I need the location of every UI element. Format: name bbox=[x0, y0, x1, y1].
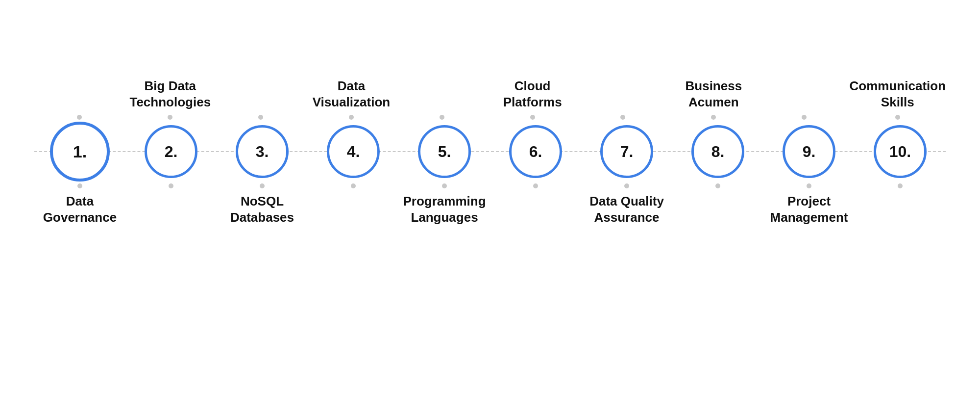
label-text-7: Data QualityAssurance bbox=[589, 193, 664, 225]
label-text-8: BusinessAcumen bbox=[686, 78, 742, 110]
circle-number-2: 2. bbox=[165, 143, 178, 161]
dot-bottom-10 bbox=[898, 183, 903, 188]
timeline-container: Data Governance Big DataTechnologies x D… bbox=[34, 17, 946, 399]
circle-7: 7. bbox=[600, 125, 653, 178]
circle-number-7: 7. bbox=[620, 143, 634, 161]
circle-number-5: 5. bbox=[438, 143, 451, 161]
circle-slot-7: 7. bbox=[581, 125, 672, 178]
circle-1: 1. bbox=[50, 122, 110, 182]
dot-top-1 bbox=[77, 115, 82, 120]
circle-slot-3: 3. bbox=[217, 125, 308, 178]
circle-8: 8. bbox=[691, 125, 744, 178]
bottom-label-3: NoSQLDatabases bbox=[217, 183, 308, 225]
label-text-1: DataGovernance bbox=[43, 193, 117, 225]
circle-slot-1: 1. bbox=[34, 122, 125, 182]
bottom-label-1: DataGovernance bbox=[34, 183, 125, 225]
top-label-1: Data Governance bbox=[34, 78, 125, 120]
dot-top-2 bbox=[168, 115, 172, 120]
circle-slot-6: 6. bbox=[490, 125, 581, 178]
top-label-9: x bbox=[759, 94, 850, 120]
top-label-3: x bbox=[216, 94, 306, 120]
dot-top-10 bbox=[895, 115, 900, 120]
dot-bottom-2 bbox=[169, 183, 173, 188]
dot-top-4 bbox=[349, 115, 354, 120]
bottom-label-5: ProgrammingLanguages bbox=[399, 183, 490, 225]
top-labels-row: Data Governance Big DataTechnologies x D… bbox=[34, 17, 946, 120]
bottom-label-6: x bbox=[490, 183, 581, 209]
bottom-label-8: x bbox=[672, 183, 763, 209]
bottom-label-10: x bbox=[855, 183, 946, 209]
circle-number-1: 1. bbox=[73, 142, 87, 161]
circle-slot-8: 8. bbox=[672, 125, 763, 178]
dot-top-5 bbox=[440, 115, 444, 120]
bottom-labels-row: DataGovernance x NoSQLDatabases x Progra… bbox=[34, 183, 946, 286]
label-text-6: Cloud Platforms bbox=[487, 78, 578, 110]
dot-top-6 bbox=[530, 115, 535, 120]
bottom-label-2: x bbox=[125, 183, 217, 209]
label-text-2: Big DataTechnologies bbox=[129, 78, 211, 110]
circle-slot-4: 4. bbox=[308, 125, 399, 178]
top-label-10: CommunicationSkills bbox=[850, 78, 946, 120]
circle-9: 9. bbox=[783, 125, 835, 178]
bottom-label-4: x bbox=[308, 183, 399, 209]
circle-10: 10. bbox=[874, 125, 927, 178]
top-label-4: DataVisualization bbox=[306, 78, 397, 120]
label-text-5: ProgrammingLanguages bbox=[403, 193, 486, 225]
dot-top-3 bbox=[258, 115, 263, 120]
circles-row: 1. 2. 3. 4. 5. 6. bbox=[34, 120, 946, 183]
label-text-9: ProjectManagement bbox=[770, 193, 848, 225]
dot-top-9 bbox=[802, 115, 807, 120]
dot-bottom-1 bbox=[77, 183, 82, 188]
circle-slot-5: 5. bbox=[399, 125, 490, 178]
dot-bottom-6 bbox=[533, 183, 538, 188]
top-label-5: x bbox=[396, 94, 487, 120]
circle-5: 5. bbox=[418, 125, 471, 178]
dot-bottom-3 bbox=[260, 183, 265, 188]
top-label-7: x bbox=[578, 94, 668, 120]
circle-3: 3. bbox=[236, 125, 289, 178]
dot-bottom-4 bbox=[351, 183, 356, 188]
dot-top-7 bbox=[620, 115, 625, 120]
circle-number-4: 4. bbox=[347, 143, 360, 161]
circle-slot-10: 10. bbox=[855, 125, 946, 178]
dot-bottom-7 bbox=[624, 183, 629, 188]
dot-bottom-5 bbox=[442, 183, 447, 188]
circle-slot-9: 9. bbox=[763, 125, 855, 178]
bottom-label-9: ProjectManagement bbox=[763, 183, 855, 225]
label-text-4: DataVisualization bbox=[313, 78, 390, 110]
circle-number-8: 8. bbox=[711, 143, 725, 161]
circle-number-10: 10. bbox=[889, 143, 911, 161]
circle-2: 2. bbox=[145, 125, 197, 178]
dot-bottom-8 bbox=[715, 183, 720, 188]
circle-number-9: 9. bbox=[803, 143, 816, 161]
circle-number-6: 6. bbox=[529, 143, 542, 161]
dot-bottom-9 bbox=[807, 183, 811, 188]
circle-number-3: 3. bbox=[256, 143, 269, 161]
top-label-8: BusinessAcumen bbox=[668, 78, 759, 120]
bottom-label-7: Data QualityAssurance bbox=[581, 183, 672, 225]
dot-top-8 bbox=[711, 115, 716, 120]
label-text-10: CommunicationSkills bbox=[850, 78, 946, 110]
label-text-3: NoSQLDatabases bbox=[230, 193, 294, 225]
circle-slot-2: 2. bbox=[125, 125, 217, 178]
top-label-6: Cloud Platforms bbox=[487, 78, 578, 120]
top-label-2: Big DataTechnologies bbox=[125, 78, 216, 120]
circle-6: 6. bbox=[509, 125, 562, 178]
circle-4: 4. bbox=[327, 125, 380, 178]
